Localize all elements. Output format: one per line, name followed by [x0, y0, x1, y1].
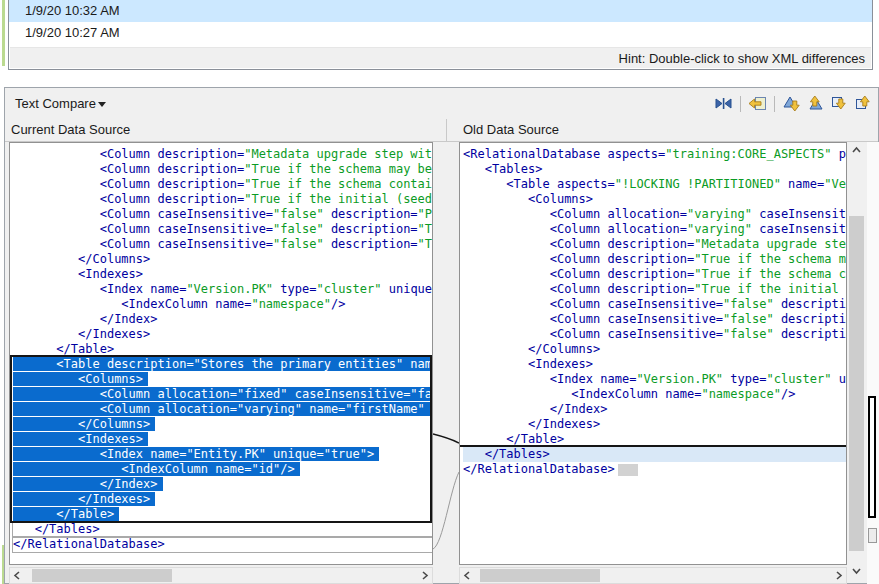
code-line[interactable]: <Column allocation="varying" caseInsensi… — [463, 222, 846, 237]
code-line[interactable]: </Indexes> — [463, 417, 846, 432]
scroll-right-icon[interactable] — [831, 568, 846, 583]
toolbar-separator — [774, 96, 775, 112]
code-line[interactable]: <Column allocation="varying" name="first… — [13, 402, 432, 417]
scroll-left-icon[interactable] — [10, 568, 25, 583]
code-line[interactable]: </Columns> — [13, 417, 432, 432]
code-line[interactable]: <RelationalDatabase aspects="training:CO… — [463, 147, 846, 162]
code-line[interactable]: <Index name="Version.PK" type="cluster" … — [13, 282, 432, 297]
code-line[interactable]: <IndexColumn name="namespace"/> — [463, 387, 846, 402]
pane-headers: Current Data Source Old Data Source — [5, 119, 878, 142]
left-horizontal-scrollbar[interactable] — [9, 567, 433, 584]
diff-connector — [433, 472, 459, 549]
code-line[interactable]: <IndexColumn name="namespace"/> — [13, 297, 432, 312]
code-line[interactable]: <Column allocation="varying" caseInsensi… — [463, 207, 846, 222]
right-pane-title: Old Data Source — [463, 119, 559, 140]
code-line[interactable]: </Tables> — [13, 522, 432, 537]
history-row[interactable]: 1/9/20 10:27 AM — [9, 22, 872, 44]
code-line[interactable]: </Table> — [13, 342, 432, 357]
diff-overview-ruler — [867, 142, 879, 584]
code-line[interactable]: <Column description="True if the schema … — [463, 267, 846, 282]
selected-code-text: <IndexColumn name="id"/> — [13, 462, 300, 476]
code-line[interactable]: </Indexes> — [13, 327, 432, 342]
selected-code-text: <Column allocation="varying" name="first… — [13, 402, 433, 416]
code-line[interactable]: <Tables> — [463, 162, 846, 177]
code-line[interactable]: <Indexes> — [13, 432, 432, 447]
diff-connectors — [433, 142, 459, 565]
copy-right-to-left-icon[interactable] — [748, 95, 767, 112]
code-line[interactable]: </Columns> — [13, 252, 432, 267]
code-line[interactable]: <Indexes> — [463, 357, 846, 372]
overview-diff-mark[interactable] — [868, 528, 877, 543]
chevron-down-icon[interactable] — [98, 102, 106, 107]
scroll-right-icon[interactable] — [417, 568, 432, 583]
left-code-area: <Column description="Metadata upgrade st… — [10, 143, 432, 564]
selected-code-text: </Columns> — [13, 417, 155, 431]
selected-code-text: </Index> — [13, 477, 163, 491]
right-vertical-scrollbar[interactable] — [848, 142, 865, 579]
text-compare-dropdown[interactable]: Text Compare — [15, 96, 96, 111]
code-line[interactable]: <Column caseInsensitive="false" descript… — [13, 222, 432, 237]
right-horizontal-scrollbar[interactable] — [459, 567, 847, 584]
code-line[interactable]: <Indexes> — [13, 267, 432, 282]
code-line[interactable]: <Column caseInsensitive="false" descript… — [463, 297, 846, 312]
code-line[interactable]: <IndexColumn name="id"/> — [13, 462, 432, 477]
code-line[interactable]: <Index name="Version.PK" type="cluster" … — [463, 372, 846, 387]
code-line[interactable]: <Column caseInsensitive="false" descript… — [13, 237, 432, 252]
code-line[interactable]: <Table description="Stores the primary e… — [13, 357, 432, 372]
code-line[interactable]: </Index> — [463, 402, 846, 417]
selected-code-text: </Indexes> — [13, 492, 155, 506]
code-line[interactable]: <Columns> — [13, 372, 432, 387]
code-line[interactable]: <Column caseInsensitive="false" descript… — [463, 327, 846, 342]
history-list: 1/9/20 10:32 AM1/9/20 10:27 AM Hint: Dou… — [8, 0, 873, 70]
code-line[interactable]: <Table aspects="!LOCKING !PARTITIONED" n… — [463, 177, 846, 192]
left-pane[interactable]: <Column description="Metadata upgrade st… — [9, 142, 433, 565]
previous-difference-icon[interactable] — [806, 95, 825, 112]
scroll-left-icon[interactable] — [460, 568, 475, 583]
change-filler-block — [618, 464, 638, 476]
code-line[interactable]: <Index name="Entity.PK" unique="true"> — [13, 447, 432, 462]
code-line[interactable]: <Column allocation="fixed" caseInsensiti… — [13, 387, 432, 402]
toolbar-separator — [740, 96, 741, 112]
code-line[interactable]: </Index> — [13, 312, 432, 327]
code-line[interactable]: <Column description="True if the schema … — [13, 177, 432, 192]
right-code-area: <RelationalDatabase aspects="training:CO… — [460, 143, 846, 564]
code-line[interactable]: <Column caseInsensitive="false" descript… — [13, 207, 432, 222]
code-line[interactable]: </RelationalDatabase> — [463, 462, 846, 477]
selected-code-text: <Table description="Stores the primary e… — [13, 357, 433, 371]
selected-code-text: <Column allocation="fixed" caseInsensiti… — [13, 387, 433, 401]
scrollbar-thumb[interactable] — [480, 569, 600, 582]
code-line[interactable]: <Column description="True if the schema … — [13, 162, 432, 177]
code-line[interactable]: <Column description="Metadata upgrade st… — [13, 147, 432, 162]
scrollbar-thumb[interactable] — [32, 569, 172, 582]
code-line[interactable]: </Tables> — [463, 447, 846, 462]
code-line[interactable]: <Column description="Metadata upgrade st… — [463, 237, 846, 252]
compare-editor-window: 1/9/20 10:32 AM1/9/20 10:27 AM Hint: Dou… — [0, 0, 879, 584]
right-pane[interactable]: <RelationalDatabase aspects="training:CO… — [459, 142, 847, 565]
code-line[interactable]: <Columns> — [463, 192, 846, 207]
history-row[interactable]: 1/9/20 10:32 AM — [9, 0, 872, 22]
next-difference-icon[interactable] — [782, 95, 801, 112]
hint-text: Hint: Double-click to show XML differenc… — [10, 47, 871, 68]
code-line[interactable]: </Indexes> — [13, 492, 432, 507]
scroll-down-icon[interactable] — [849, 563, 864, 578]
compare-toolbar: Text Compare — [5, 88, 878, 119]
previous-change-icon[interactable] — [854, 95, 873, 112]
code-line[interactable]: <Column caseInsensitive="false" descript… — [463, 312, 846, 327]
code-line[interactable]: <Column description="True if the initial… — [13, 192, 432, 207]
mirror-compare-icon[interactable] — [714, 95, 733, 112]
code-line[interactable]: </Columns> — [463, 342, 846, 357]
code-line[interactable]: </Table> — [463, 432, 846, 447]
left-edge-accent-top — [2, 0, 5, 66]
code-line[interactable]: <Column description="True if the schema … — [463, 252, 846, 267]
code-line[interactable]: <Column description="True if the initial… — [463, 282, 846, 297]
code-line[interactable]: </RelationalDatabase> — [13, 537, 432, 552]
overview-diff-mark-selected[interactable] — [868, 396, 876, 518]
toolbar-icons — [714, 95, 873, 112]
next-change-icon[interactable] — [830, 95, 849, 112]
scrollbar-thumb[interactable] — [849, 216, 864, 551]
scroll-up-icon[interactable] — [849, 143, 864, 158]
text-compare-viewer: Text Compare Current Data Source Old Dat… — [4, 87, 879, 584]
code-line[interactable]: </Index> — [13, 477, 432, 492]
selected-code-text: <Index name="Entity.PK" unique="true"> — [13, 447, 379, 461]
code-line[interactable]: </Table> — [13, 507, 432, 522]
